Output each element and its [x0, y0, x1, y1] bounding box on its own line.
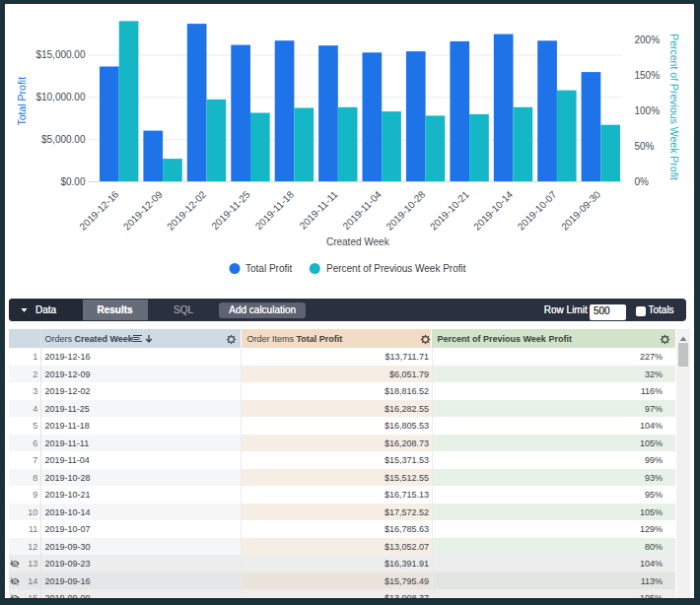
svg-text:2019-10-28: 2019-10-28	[384, 188, 427, 232]
svg-text:0%: 0%	[635, 176, 650, 187]
svg-text:Total Profit: Total Profit	[245, 263, 292, 274]
svg-text:$0.00: $0.00	[60, 176, 85, 187]
svg-text:$5,000.00: $5,000.00	[41, 134, 86, 145]
svg-text:2019-09-30: 2019-09-30	[559, 188, 602, 232]
svg-text:2019-12-09: 2019-12-09	[121, 188, 165, 232]
svg-text:100%: 100%	[635, 105, 661, 116]
svg-text:Total Profit: Total Profit	[17, 77, 29, 126]
svg-text:2019-12-16: 2019-12-16	[77, 188, 120, 232]
svg-text:Percent of Previous Week Profi: Percent of Previous Week Profit	[668, 34, 680, 180]
svg-text:2019-11-11: 2019-11-11	[298, 188, 340, 231]
svg-text:50%: 50%	[635, 141, 655, 152]
svg-text:200%: 200%	[635, 34, 661, 45]
svg-text:2019-10-07: 2019-10-07	[516, 188, 559, 232]
svg-text:150%: 150%	[635, 70, 661, 81]
svg-text:2019-11-25: 2019-11-25	[209, 188, 252, 232]
svg-text:2019-11-04: 2019-11-04	[340, 188, 384, 232]
svg-text:2019-12-02: 2019-12-02	[165, 188, 208, 232]
svg-text:Percent of Previous Week Profi: Percent of Previous Week Profit	[326, 263, 466, 274]
svg-text:2019-11-18: 2019-11-18	[253, 188, 297, 232]
svg-text:$10,000.00: $10,000.00	[35, 92, 85, 102]
svg-text:2019-10-21: 2019-10-21	[428, 188, 471, 232]
svg-text:$15,000.00: $15,000.00	[35, 49, 85, 60]
svg-text:Created Week: Created Week	[326, 236, 390, 247]
svg-text:2019-10-14: 2019-10-14	[471, 188, 515, 232]
